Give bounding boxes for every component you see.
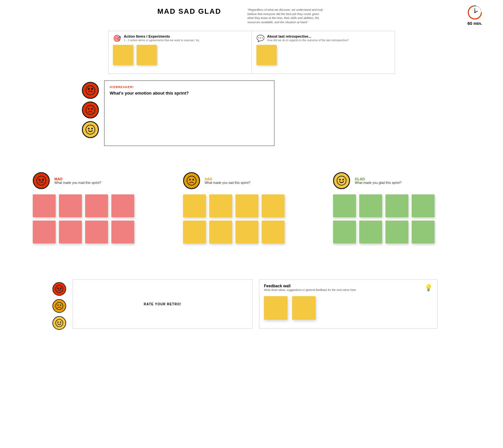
mad-stickies <box>33 194 170 243</box>
svg-point-6 <box>86 86 95 95</box>
svg-point-36 <box>56 319 63 327</box>
bottom-mad-emoji <box>52 282 66 296</box>
glad-emoji <box>82 121 99 138</box>
svg-point-34 <box>57 305 59 306</box>
action-stickies <box>113 45 247 65</box>
feedback-stickies <box>264 296 433 320</box>
mad-question: What made you mad this sprint? <box>54 181 101 185</box>
page-header: MAD SAD GLAD "Regardless of what we disc… <box>0 0 503 27</box>
section-icebreaker: ICEBREAKER! What's your emotion about th… <box>82 81 395 146</box>
section-rate-feedback: RATE YOUR RETRO! Feedback wall Write dow… <box>52 279 438 330</box>
rate-box: RATE YOUR RETRO! <box>73 279 252 329</box>
glad-sticky <box>412 194 435 217</box>
sad-label: SAD <box>205 177 251 181</box>
feedback-box: Feedback wall Write down ideas, suggesti… <box>259 279 438 329</box>
bulb-icon: 💡 <box>424 284 433 292</box>
glad-stickies <box>333 194 470 243</box>
feedback-sticky <box>264 296 288 320</box>
sad-sticky <box>183 194 206 217</box>
mad-header: MAD What made you mad this sprint? <box>33 172 170 189</box>
sad-sticky <box>235 194 258 217</box>
svg-point-17 <box>37 176 46 185</box>
mad-sticky <box>85 194 108 217</box>
sad-emoji <box>82 101 99 118</box>
sad-sticky <box>262 194 285 217</box>
mad-sticky <box>33 194 56 217</box>
glad-sticky <box>359 221 382 243</box>
svg-point-12 <box>88 108 90 110</box>
mad-sticky <box>111 221 134 243</box>
panel-about-retro: 💬 About last retrospective... How did we… <box>252 31 395 74</box>
icebreaker-label: ICEBREAKER! <box>110 85 269 89</box>
svg-point-38 <box>60 322 61 323</box>
sad-sticky <box>209 194 232 217</box>
glad-label: GLAD <box>355 177 401 181</box>
glad-question: What made you glad this sprint? <box>355 181 401 185</box>
about-stickies <box>256 45 390 65</box>
feedback-subtitle: Write down ideas, suggestions or general… <box>264 288 356 292</box>
svg-point-33 <box>56 302 63 310</box>
svg-point-24 <box>192 179 194 181</box>
sad-sticky <box>262 221 285 243</box>
bottom-sad-emoji <box>52 299 66 313</box>
section-mad-sad-glad: MAD What made you mad this sprint? <box>26 172 477 243</box>
glad-column: GLAD What made you glad this sprint? <box>326 172 477 243</box>
mad-emoji <box>82 82 99 99</box>
sad-header: SAD What made you sad this sprint? <box>183 172 320 189</box>
bottom-glad-emoji <box>52 316 66 330</box>
mad-sticky <box>59 194 82 217</box>
target-icon: 🎯 <box>113 34 121 42</box>
speech-icon: 💬 <box>256 34 265 42</box>
mad-sticky <box>33 221 56 243</box>
sad-question: What made you sad this sprint? <box>205 181 251 185</box>
svg-point-15 <box>88 128 90 130</box>
sad-sticky <box>183 221 206 243</box>
mad-sticky <box>111 194 134 217</box>
glad-sticky <box>385 221 408 243</box>
svg-point-5 <box>474 12 475 13</box>
feedback-header: Feedback wall Write down ideas, suggesti… <box>264 284 433 292</box>
svg-point-22 <box>187 176 196 185</box>
icebreaker-box: ICEBREAKER! What's your emotion about th… <box>104 81 274 146</box>
glad-sticky <box>333 221 356 243</box>
svg-point-35 <box>60 305 61 306</box>
glad-sticky <box>359 194 382 217</box>
feedback-sticky <box>292 296 316 320</box>
glad-sticky <box>385 194 408 217</box>
header-quote: "Regardless of what we discover, we unde… <box>248 8 326 24</box>
section-action-retro: 🎯 Action Items / Experiments 1 - 2 actio… <box>108 31 395 74</box>
svg-point-23 <box>189 179 191 181</box>
sticky-note <box>113 45 133 65</box>
mad-column-emoji <box>33 172 50 189</box>
glad-sticky <box>412 221 435 243</box>
svg-point-37 <box>57 322 59 323</box>
svg-point-11 <box>86 105 95 115</box>
svg-point-13 <box>91 108 93 110</box>
icebreaker-emojis <box>82 82 99 138</box>
sad-column-emoji <box>183 172 200 189</box>
sticky-note <box>256 45 277 65</box>
sticky-note <box>137 45 157 65</box>
mad-sticky <box>85 221 108 243</box>
timer-icon <box>466 3 483 20</box>
glad-header: GLAD What made you glad this sprint? <box>333 172 470 189</box>
glad-column-emoji <box>333 172 350 189</box>
svg-point-14 <box>86 125 95 134</box>
feedback-title: Feedback wall <box>264 284 356 288</box>
sad-column: SAD What made you sad this sprint? <box>177 172 327 243</box>
svg-point-16 <box>91 128 93 130</box>
page-title: MAD SAD GLAD <box>157 7 221 16</box>
sad-stickies <box>183 194 320 243</box>
panel-action-items: 🎯 Action Items / Experiments 1 - 2 actio… <box>108 31 252 74</box>
glad-sticky <box>333 194 356 217</box>
action-panel-subtitle: 1 - 2 action items or agreements that we… <box>124 39 200 42</box>
svg-point-25 <box>337 176 346 185</box>
about-panel-title: About last retrospective... <box>267 34 349 38</box>
mad-column: MAD What made you mad this sprint? <box>26 172 177 243</box>
mad-sticky <box>59 221 82 243</box>
svg-point-26 <box>339 179 341 181</box>
svg-point-28 <box>56 285 63 293</box>
rate-title: RATE YOUR RETRO! <box>144 302 181 306</box>
about-panel-subtitle: How did we do in regards to the outcome … <box>267 39 349 42</box>
icebreaker-question: What's your emotion about this sprint? <box>110 91 269 96</box>
